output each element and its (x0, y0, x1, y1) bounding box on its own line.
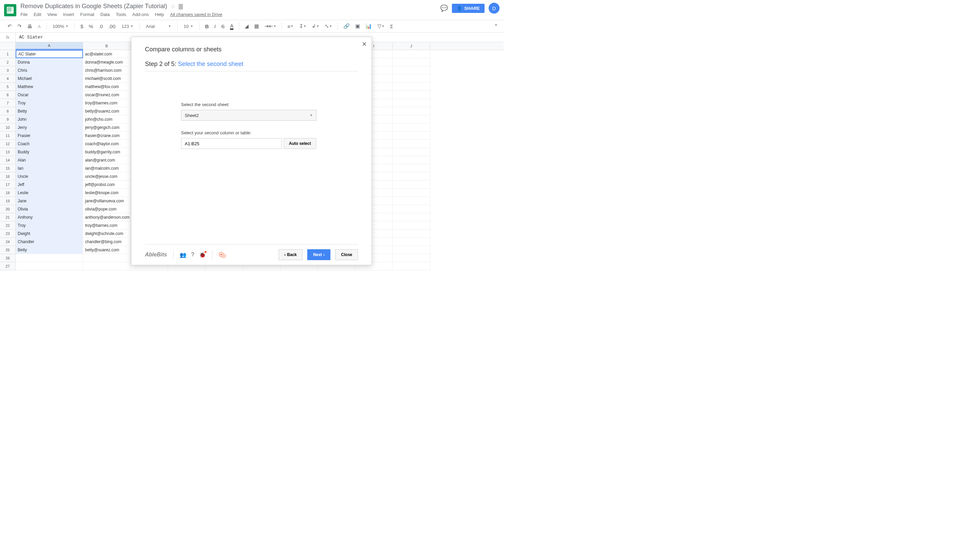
row-header[interactable]: 17 (0, 181, 16, 189)
row-header[interactable]: 25 (0, 246, 16, 254)
cell[interactable] (393, 230, 430, 238)
cell[interactable]: uncle@jesse.com (83, 172, 130, 181)
cell[interactable]: Leslie (16, 189, 83, 197)
cell[interactable]: anthony@anderson.com (83, 213, 130, 221)
number-format-dropdown[interactable]: 123▼ (119, 24, 136, 29)
h-align-icon[interactable]: ≡▼ (285, 22, 296, 30)
select-all-cell[interactable] (0, 42, 16, 50)
italic-icon[interactable]: I (212, 22, 218, 30)
row-header[interactable]: 20 (0, 205, 16, 213)
percent-icon[interactable]: % (87, 22, 95, 30)
cell[interactable]: jane@villanueva.com (83, 197, 130, 205)
cell[interactable] (393, 50, 430, 58)
cell[interactable] (393, 181, 430, 189)
share-button[interactable]: 👤 SHARE (452, 4, 485, 13)
folder-icon[interactable]: ▇ (179, 3, 183, 10)
row-header[interactable]: 12 (0, 140, 16, 148)
cell[interactable] (393, 221, 430, 230)
borders-icon[interactable]: ▦ (252, 22, 261, 30)
cell[interactable]: Michael (16, 75, 83, 83)
cell[interactable]: Jane (16, 197, 83, 205)
toolbar-collapse-icon[interactable]: ⌃ (494, 23, 498, 30)
cell[interactable]: AC Slater (16, 50, 83, 58)
cell[interactable]: Chris (16, 66, 83, 75)
chart-icon[interactable]: 📊 (363, 22, 374, 30)
cell[interactable] (393, 254, 430, 262)
cell[interactable] (393, 107, 430, 115)
cell[interactable] (393, 140, 430, 148)
auto-select-button[interactable]: Auto select (284, 138, 316, 149)
print-icon[interactable]: 🖶 (25, 22, 34, 30)
row-header[interactable]: 7 (0, 99, 16, 107)
cell[interactable] (393, 99, 430, 107)
row-header[interactable]: 8 (0, 107, 16, 115)
second-sheet-select[interactable]: Sheet2 ▼ (181, 110, 317, 121)
row-header[interactable]: 2 (0, 58, 16, 66)
cell[interactable]: Dwight (16, 230, 83, 238)
cell[interactable]: frasier@crane.com (83, 132, 130, 140)
redo-icon[interactable]: ↷ (15, 22, 24, 30)
row-header[interactable]: 4 (0, 75, 16, 83)
decrease-decimal-icon[interactable]: .0 (97, 22, 105, 30)
cell[interactable]: troy@barnes.com (83, 221, 130, 230)
close-button[interactable]: Close (335, 249, 358, 260)
cell[interactable]: Anthony (16, 213, 83, 221)
back-button[interactable]: ‹Back (279, 249, 303, 260)
cell[interactable]: Donna (16, 58, 83, 66)
cell[interactable] (16, 254, 83, 262)
cell[interactable]: Jerry (16, 124, 83, 132)
range-input[interactable] (181, 138, 282, 149)
cell[interactable]: Troy (16, 221, 83, 230)
row-header[interactable]: 22 (0, 221, 16, 230)
cell[interactable] (393, 164, 430, 172)
close-icon[interactable]: ✕ (362, 40, 367, 48)
row-header[interactable]: 24 (0, 238, 16, 246)
cell[interactable] (393, 91, 430, 99)
font-dropdown[interactable]: Arial▼ (143, 24, 174, 29)
column-header[interactable]: A (16, 42, 83, 50)
cell[interactable]: Troy (16, 99, 83, 107)
cell[interactable]: donna@meagle.com (83, 58, 130, 66)
cell[interactable] (393, 75, 430, 83)
cell[interactable]: ac@slater.com (83, 50, 130, 58)
document-title[interactable]: Remove Duplicates in Google Sheets (Zapi… (21, 3, 167, 10)
menu-view[interactable]: View (47, 12, 57, 17)
cell[interactable]: matthew@fox.com (83, 83, 130, 91)
cell[interactable]: Jeff (16, 181, 83, 189)
menu-data[interactable]: Data (100, 12, 110, 17)
help-icon[interactable]: ? (191, 252, 194, 258)
cell[interactable] (83, 254, 130, 262)
cell[interactable]: oscar@nunez.com (83, 91, 130, 99)
cell[interactable]: jeff@probst.com (83, 181, 130, 189)
cell[interactable] (16, 262, 83, 270)
column-header[interactable]: B (83, 42, 130, 50)
row-header[interactable]: 6 (0, 91, 16, 99)
cell[interactable]: ian@malcolm.com (83, 164, 130, 172)
cell[interactable] (393, 213, 430, 221)
row-header[interactable]: 11 (0, 132, 16, 140)
cell[interactable]: michael@scott.com (83, 75, 130, 83)
row-header[interactable]: 27 (0, 262, 16, 270)
cell[interactable] (393, 58, 430, 66)
cell[interactable]: alan@grant.com (83, 156, 130, 164)
cell[interactable] (393, 156, 430, 164)
functions-icon[interactable]: Σ (388, 22, 395, 30)
cell[interactable] (393, 132, 430, 140)
cell[interactable]: jerry@gergich.com (83, 124, 130, 132)
comments-icon[interactable]: 💬 (440, 5, 448, 12)
menu-addons[interactable]: Add-ons (132, 12, 149, 17)
cell[interactable]: Oscar (16, 91, 83, 99)
menu-edit[interactable]: Edit (34, 12, 41, 17)
font-size-dropdown[interactable]: 10▼ (181, 24, 196, 29)
wrap-icon[interactable]: ↲▼ (310, 22, 321, 30)
undo-icon[interactable]: ↶ (5, 22, 14, 30)
rotate-icon[interactable]: ⤡▼ (323, 22, 334, 30)
row-header[interactable]: 19 (0, 197, 16, 205)
cell[interactable] (393, 148, 430, 156)
row-header[interactable]: 15 (0, 164, 16, 172)
cell[interactable]: Coach (16, 140, 83, 148)
cell[interactable] (393, 124, 430, 132)
row-header[interactable]: 21 (0, 213, 16, 221)
row-header[interactable]: 26 (0, 254, 16, 262)
menu-format[interactable]: Format (80, 12, 94, 17)
